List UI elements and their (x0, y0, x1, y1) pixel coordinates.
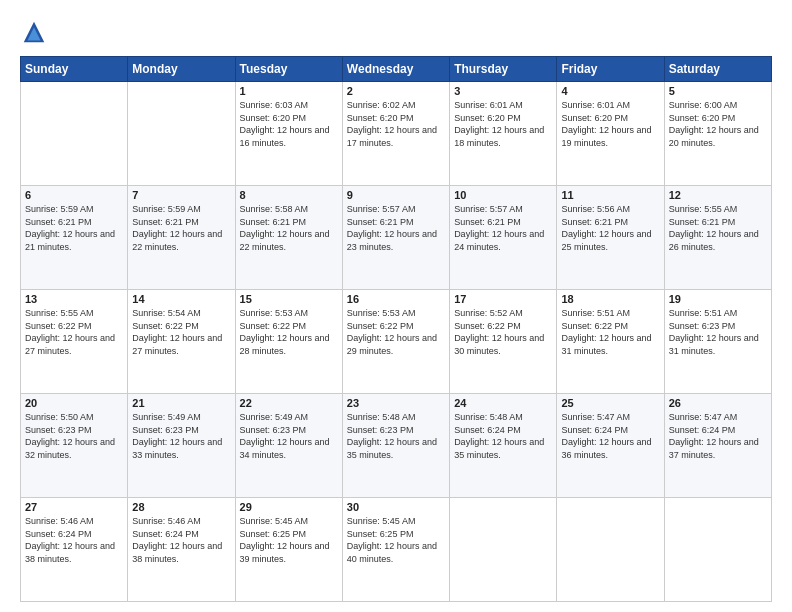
calendar-cell: 18Sunrise: 5:51 AMSunset: 6:22 PMDayligh… (557, 290, 664, 394)
day-info: Sunrise: 5:53 AMSunset: 6:22 PMDaylight:… (347, 307, 445, 357)
day-number: 23 (347, 397, 445, 409)
day-info: Sunrise: 5:50 AMSunset: 6:23 PMDaylight:… (25, 411, 123, 461)
day-number: 19 (669, 293, 767, 305)
day-number: 10 (454, 189, 552, 201)
calendar-cell: 14Sunrise: 5:54 AMSunset: 6:22 PMDayligh… (128, 290, 235, 394)
day-info: Sunrise: 5:57 AMSunset: 6:21 PMDaylight:… (347, 203, 445, 253)
calendar-cell: 23Sunrise: 5:48 AMSunset: 6:23 PMDayligh… (342, 394, 449, 498)
calendar-week-row: 13Sunrise: 5:55 AMSunset: 6:22 PMDayligh… (21, 290, 772, 394)
calendar-cell: 1Sunrise: 6:03 AMSunset: 6:20 PMDaylight… (235, 82, 342, 186)
calendar-cell: 20Sunrise: 5:50 AMSunset: 6:23 PMDayligh… (21, 394, 128, 498)
calendar-week-row: 6Sunrise: 5:59 AMSunset: 6:21 PMDaylight… (21, 186, 772, 290)
calendar-cell: 13Sunrise: 5:55 AMSunset: 6:22 PMDayligh… (21, 290, 128, 394)
day-number: 15 (240, 293, 338, 305)
day-info: Sunrise: 5:49 AMSunset: 6:23 PMDaylight:… (132, 411, 230, 461)
day-number: 14 (132, 293, 230, 305)
day-number: 11 (561, 189, 659, 201)
day-number: 3 (454, 85, 552, 97)
calendar-cell: 12Sunrise: 5:55 AMSunset: 6:21 PMDayligh… (664, 186, 771, 290)
calendar-cell: 21Sunrise: 5:49 AMSunset: 6:23 PMDayligh… (128, 394, 235, 498)
calendar-header-wednesday: Wednesday (342, 57, 449, 82)
calendar-cell: 16Sunrise: 5:53 AMSunset: 6:22 PMDayligh… (342, 290, 449, 394)
day-number: 16 (347, 293, 445, 305)
day-number: 8 (240, 189, 338, 201)
page: SundayMondayTuesdayWednesdayThursdayFrid… (0, 0, 792, 612)
day-info: Sunrise: 5:47 AMSunset: 6:24 PMDaylight:… (669, 411, 767, 461)
calendar-header-tuesday: Tuesday (235, 57, 342, 82)
calendar-header-row: SundayMondayTuesdayWednesdayThursdayFrid… (21, 57, 772, 82)
day-number: 6 (25, 189, 123, 201)
calendar-cell: 28Sunrise: 5:46 AMSunset: 6:24 PMDayligh… (128, 498, 235, 602)
day-number: 20 (25, 397, 123, 409)
calendar-table: SundayMondayTuesdayWednesdayThursdayFrid… (20, 56, 772, 602)
day-number: 29 (240, 501, 338, 513)
day-info: Sunrise: 5:58 AMSunset: 6:21 PMDaylight:… (240, 203, 338, 253)
day-info: Sunrise: 6:01 AMSunset: 6:20 PMDaylight:… (454, 99, 552, 149)
day-info: Sunrise: 5:51 AMSunset: 6:23 PMDaylight:… (669, 307, 767, 357)
day-info: Sunrise: 5:45 AMSunset: 6:25 PMDaylight:… (347, 515, 445, 565)
day-number: 26 (669, 397, 767, 409)
day-info: Sunrise: 5:57 AMSunset: 6:21 PMDaylight:… (454, 203, 552, 253)
day-number: 2 (347, 85, 445, 97)
calendar-cell: 8Sunrise: 5:58 AMSunset: 6:21 PMDaylight… (235, 186, 342, 290)
calendar-cell (128, 82, 235, 186)
day-number: 27 (25, 501, 123, 513)
day-info: Sunrise: 5:52 AMSunset: 6:22 PMDaylight:… (454, 307, 552, 357)
calendar-cell: 10Sunrise: 5:57 AMSunset: 6:21 PMDayligh… (450, 186, 557, 290)
calendar-cell: 15Sunrise: 5:53 AMSunset: 6:22 PMDayligh… (235, 290, 342, 394)
day-info: Sunrise: 5:59 AMSunset: 6:21 PMDaylight:… (25, 203, 123, 253)
calendar-cell (664, 498, 771, 602)
calendar-header-saturday: Saturday (664, 57, 771, 82)
calendar-cell: 24Sunrise: 5:48 AMSunset: 6:24 PMDayligh… (450, 394, 557, 498)
calendar-week-row: 1Sunrise: 6:03 AMSunset: 6:20 PMDaylight… (21, 82, 772, 186)
day-info: Sunrise: 5:51 AMSunset: 6:22 PMDaylight:… (561, 307, 659, 357)
calendar-cell: 5Sunrise: 6:00 AMSunset: 6:20 PMDaylight… (664, 82, 771, 186)
calendar-week-row: 20Sunrise: 5:50 AMSunset: 6:23 PMDayligh… (21, 394, 772, 498)
header (20, 18, 772, 46)
day-number: 21 (132, 397, 230, 409)
calendar-week-row: 27Sunrise: 5:46 AMSunset: 6:24 PMDayligh… (21, 498, 772, 602)
day-number: 12 (669, 189, 767, 201)
day-number: 18 (561, 293, 659, 305)
calendar-cell: 4Sunrise: 6:01 AMSunset: 6:20 PMDaylight… (557, 82, 664, 186)
day-number: 7 (132, 189, 230, 201)
day-info: Sunrise: 5:46 AMSunset: 6:24 PMDaylight:… (132, 515, 230, 565)
calendar-header-friday: Friday (557, 57, 664, 82)
calendar-cell (557, 498, 664, 602)
day-info: Sunrise: 5:54 AMSunset: 6:22 PMDaylight:… (132, 307, 230, 357)
calendar-header-sunday: Sunday (21, 57, 128, 82)
calendar-cell: 3Sunrise: 6:01 AMSunset: 6:20 PMDaylight… (450, 82, 557, 186)
calendar-cell (21, 82, 128, 186)
day-number: 25 (561, 397, 659, 409)
calendar-header-monday: Monday (128, 57, 235, 82)
calendar-cell: 25Sunrise: 5:47 AMSunset: 6:24 PMDayligh… (557, 394, 664, 498)
calendar-cell: 30Sunrise: 5:45 AMSunset: 6:25 PMDayligh… (342, 498, 449, 602)
calendar-cell: 19Sunrise: 5:51 AMSunset: 6:23 PMDayligh… (664, 290, 771, 394)
day-number: 13 (25, 293, 123, 305)
day-info: Sunrise: 5:47 AMSunset: 6:24 PMDaylight:… (561, 411, 659, 461)
calendar-cell: 2Sunrise: 6:02 AMSunset: 6:20 PMDaylight… (342, 82, 449, 186)
day-info: Sunrise: 5:55 AMSunset: 6:22 PMDaylight:… (25, 307, 123, 357)
day-number: 30 (347, 501, 445, 513)
calendar-cell: 11Sunrise: 5:56 AMSunset: 6:21 PMDayligh… (557, 186, 664, 290)
day-info: Sunrise: 5:49 AMSunset: 6:23 PMDaylight:… (240, 411, 338, 461)
day-number: 24 (454, 397, 552, 409)
day-number: 17 (454, 293, 552, 305)
day-number: 4 (561, 85, 659, 97)
calendar-cell: 26Sunrise: 5:47 AMSunset: 6:24 PMDayligh… (664, 394, 771, 498)
calendar-cell: 9Sunrise: 5:57 AMSunset: 6:21 PMDaylight… (342, 186, 449, 290)
calendar-cell: 22Sunrise: 5:49 AMSunset: 6:23 PMDayligh… (235, 394, 342, 498)
day-info: Sunrise: 5:56 AMSunset: 6:21 PMDaylight:… (561, 203, 659, 253)
calendar-cell: 7Sunrise: 5:59 AMSunset: 6:21 PMDaylight… (128, 186, 235, 290)
calendar-cell: 29Sunrise: 5:45 AMSunset: 6:25 PMDayligh… (235, 498, 342, 602)
day-number: 1 (240, 85, 338, 97)
day-info: Sunrise: 5:53 AMSunset: 6:22 PMDaylight:… (240, 307, 338, 357)
day-info: Sunrise: 5:59 AMSunset: 6:21 PMDaylight:… (132, 203, 230, 253)
day-info: Sunrise: 5:46 AMSunset: 6:24 PMDaylight:… (25, 515, 123, 565)
calendar-cell: 27Sunrise: 5:46 AMSunset: 6:24 PMDayligh… (21, 498, 128, 602)
calendar-cell: 6Sunrise: 5:59 AMSunset: 6:21 PMDaylight… (21, 186, 128, 290)
logo-icon (20, 18, 48, 46)
day-number: 5 (669, 85, 767, 97)
day-info: Sunrise: 6:01 AMSunset: 6:20 PMDaylight:… (561, 99, 659, 149)
day-info: Sunrise: 5:55 AMSunset: 6:21 PMDaylight:… (669, 203, 767, 253)
